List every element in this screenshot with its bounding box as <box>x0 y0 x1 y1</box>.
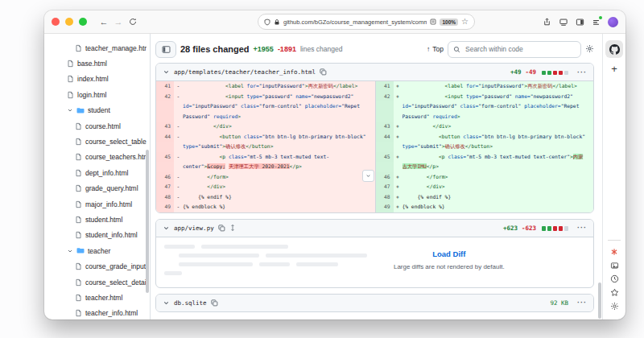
diff-line-number[interactable]: 48 <box>156 192 174 203</box>
github-octocat-icon[interactable] <box>605 40 623 58</box>
file-options-kebab-icon[interactable]: ··· <box>577 68 587 76</box>
tree-file-teacher.html[interactable]: teacher.html <box>47 290 147 305</box>
diff-line-number[interactable]: 43 <box>376 122 394 132</box>
reader-mode-icon[interactable] <box>430 19 436 25</box>
expand-diff-button[interactable] <box>362 170 374 182</box>
browser-toolbar: ← → github.com/bGZo/course_management_sy… <box>44 10 625 34</box>
collapse-chevron-icon[interactable] <box>163 225 170 232</box>
diff-line-number[interactable]: 46 <box>156 172 174 183</box>
tree-folder-teacher[interactable]: teacher <box>47 243 147 258</box>
diff-line-number[interactable]: 49 <box>156 202 174 212</box>
diff-line-number[interactable]: 42 <box>156 92 174 102</box>
collapse-chevron-icon[interactable] <box>163 299 170 307</box>
screenshots-icon[interactable] <box>610 258 619 272</box>
diff-line-number[interactable] <box>376 112 394 122</box>
copy-path-icon[interactable] <box>320 68 327 76</box>
chevron-down-icon[interactable] <box>67 107 73 113</box>
screen-share-icon[interactable] <box>559 18 568 27</box>
diff-line-number[interactable] <box>376 101 394 112</box>
diff-line-number[interactable]: 42 <box>376 92 394 102</box>
zoom-level-badge[interactable]: 100% <box>440 19 458 26</box>
tree-file-course_select_detail....[interactable]: course_select_detail.... <box>47 274 147 290</box>
diff-line-number[interactable]: 47 <box>376 182 394 192</box>
split-diff: 41- <label for="inputPassword">再次新密码</la… <box>156 81 593 212</box>
diff-line-number[interactable]: 44 <box>376 132 394 142</box>
file-icon <box>75 169 82 177</box>
tree-file-course_select_table....[interactable]: course_select_table.... <box>47 134 147 149</box>
file-options-kebab-icon[interactable]: ··· <box>577 224 587 232</box>
tree-file-student_info.html[interactable]: student_info.html <box>47 228 147 243</box>
file-icon <box>75 278 82 286</box>
load-diff-button[interactable]: Load Diff <box>305 249 593 258</box>
diff-settings-gear-icon[interactable] <box>585 42 594 56</box>
file-options-kebab-icon[interactable]: ··· <box>577 299 587 307</box>
tree-file-student.html[interactable]: student.html <box>47 212 147 227</box>
back-button[interactable]: ← <box>97 14 111 29</box>
profile-avatar[interactable] <box>608 17 618 27</box>
lock-icon[interactable] <box>274 19 280 26</box>
main-scrollbar[interactable] <box>598 282 601 319</box>
tree-file-course_teachers.html[interactable]: course_teachers.html <box>47 150 147 165</box>
add-tab-button[interactable]: + <box>611 64 617 74</box>
diff-line-number[interactable]: 41 <box>376 81 394 92</box>
history-clock-icon[interactable] <box>610 272 619 286</box>
tree-file-login.html[interactable]: login.html <box>47 87 147 102</box>
diff-line-number[interactable]: 47 <box>156 182 174 192</box>
tree-item-label: teacher_manage.html <box>85 44 147 52</box>
diff-line-number[interactable]: 41 <box>156 81 174 92</box>
diff-line-number[interactable] <box>376 162 394 172</box>
diff-line-number[interactable] <box>156 162 174 172</box>
diff-line-number[interactable]: 44 <box>156 132 174 142</box>
diff-line-number[interactable]: 43 <box>156 122 174 132</box>
back-to-top-link[interactable]: ↑Top <box>427 45 444 53</box>
file-path[interactable]: app/view.py <box>174 225 214 232</box>
address-bar[interactable]: github.com/bGZo/course_management_system… <box>258 14 475 30</box>
diff-line-number[interactable]: 49 <box>376 202 394 212</box>
file-path[interactable]: db.sqlite <box>174 299 207 307</box>
settings-gear-icon[interactable] <box>610 299 619 313</box>
diff-code-line: id="inputPassword" class="form-control" … <box>402 101 594 112</box>
pinned-site-icon[interactable] <box>610 245 618 258</box>
bookmark-star-icon[interactable]: ☆ <box>461 18 469 26</box>
maximize-window-button[interactable] <box>79 18 87 26</box>
tree-file-course_grade_input.h...[interactable]: course_grade_input.h... <box>47 258 147 274</box>
diff-sign-marker: + <box>394 152 402 163</box>
copy-path-icon[interactable] <box>211 299 218 307</box>
diff-line-number[interactable]: 46 <box>376 172 394 183</box>
tree-file-teacher_manage.html[interactable]: teacher_manage.html <box>47 40 147 56</box>
copy-path-icon[interactable] <box>218 225 225 232</box>
url-text[interactable]: github.com/bGZo/course_management_system… <box>283 19 427 26</box>
tree-file-index.html[interactable]: index.html <box>47 72 147 87</box>
extensions-icon[interactable] <box>592 18 601 27</box>
tree-folder-student[interactable]: student <box>47 103 147 118</box>
diff-line-number[interactable]: 45 <box>156 152 174 163</box>
tree-file-dept_info.html[interactable]: dept_info.html <box>47 165 147 180</box>
close-window-button[interactable] <box>52 18 60 26</box>
diff-line-number[interactable] <box>156 112 174 122</box>
diff-line-number[interactable] <box>376 142 394 152</box>
shield-icon[interactable] <box>264 19 270 26</box>
chevron-down-icon[interactable] <box>67 248 73 254</box>
tree-file-base.html[interactable]: base.html <box>47 56 147 71</box>
share-icon[interactable] <box>543 17 551 27</box>
file-tree-toggle-button[interactable] <box>155 41 176 58</box>
tree-file-major_info.html[interactable]: major_info.html <box>47 196 147 212</box>
bookmarks-star-icon[interactable] <box>610 286 619 299</box>
search-input[interactable] <box>464 44 576 54</box>
diff-line-number[interactable] <box>156 101 174 112</box>
diff-line-number[interactable] <box>156 142 174 152</box>
tree-file-grade_query.html[interactable]: grade_query.html <box>47 181 147 196</box>
file-tree-scrollbar[interactable] <box>146 150 149 293</box>
diff-line-number[interactable]: 45 <box>376 152 394 163</box>
diff-line-number[interactable]: 48 <box>376 192 394 203</box>
diff-sign-marker: - <box>174 122 183 132</box>
tree-file-course.html[interactable]: course.html <box>47 118 147 134</box>
file-path[interactable]: app/templates/teacher/teacher_info.html <box>174 68 316 76</box>
forward-button[interactable]: → <box>111 14 126 29</box>
reload-button[interactable] <box>126 14 140 29</box>
expand-all-icon[interactable] <box>229 224 236 232</box>
collapse-chevron-icon[interactable] <box>163 68 170 76</box>
sidebar-toggle-icon[interactable] <box>576 18 584 27</box>
tree-file-teacher_info.html[interactable]: teacher_info.html <box>47 306 147 319</box>
minimize-window-button[interactable] <box>65 18 73 26</box>
